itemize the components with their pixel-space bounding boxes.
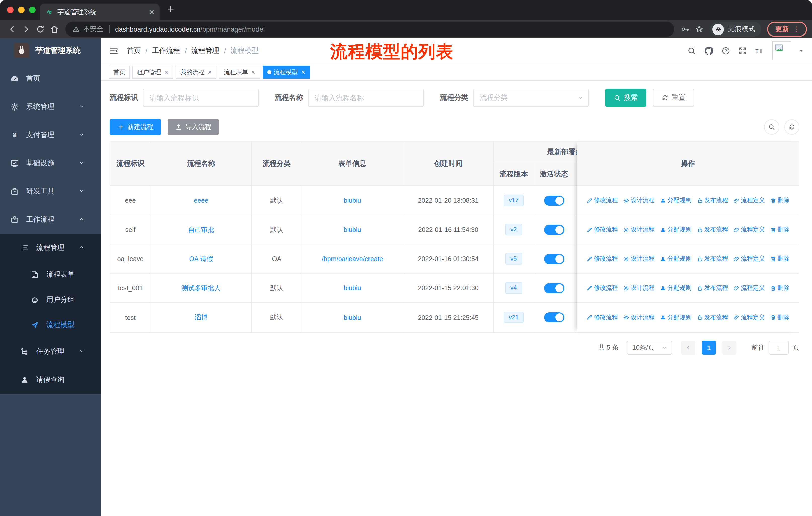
reset-button[interactable]: 重置	[653, 89, 694, 107]
kebab-menu-icon[interactable]	[793, 25, 801, 33]
modify-action[interactable]: 修改流程	[586, 254, 618, 263]
sidebar-item-workflow[interactable]: 工作流程	[0, 206, 101, 234]
tab-close-icon[interactable]: ✕	[164, 69, 169, 75]
tab-close-icon[interactable]: ✕	[207, 69, 212, 75]
delete-action[interactable]: 删除	[770, 196, 790, 205]
font-size-icon[interactable]	[755, 46, 765, 56]
delete-action[interactable]: 删除	[770, 284, 790, 292]
breadcrumb-item[interactable]: 首页	[127, 46, 141, 55]
avatar-caret-icon[interactable]	[799, 48, 804, 53]
delete-action[interactable]: 删除	[770, 225, 790, 234]
design-action[interactable]: 设计流程	[623, 196, 655, 205]
publish-action[interactable]: 发布流程	[696, 284, 728, 292]
browser-update-button[interactable]: 更新	[767, 22, 807, 37]
cell-name-link[interactable]: eeee	[194, 196, 208, 204]
modify-action[interactable]: 修改流程	[586, 313, 618, 322]
sidebar-item-system[interactable]: 系统管理	[0, 93, 101, 121]
bookmark-button[interactable]	[692, 22, 706, 36]
publish-action[interactable]: 发布流程	[696, 225, 728, 234]
import-process-button[interactable]: 导入流程	[168, 119, 219, 135]
tab-close-icon[interactable]: ✕	[301, 69, 305, 75]
maximize-window-button[interactable]	[29, 6, 36, 13]
category-select[interactable]: 流程分类	[473, 89, 589, 107]
refresh-table-button[interactable]	[784, 119, 800, 135]
definition-action[interactable]: 流程定义	[733, 196, 765, 205]
sidebar-item-devtools[interactable]: 研发工具	[0, 178, 101, 206]
definition-action[interactable]: 流程定义	[733, 225, 765, 234]
fullscreen-icon[interactable]	[738, 46, 747, 55]
active-toggle[interactable]	[544, 195, 564, 205]
design-action[interactable]: 设计流程	[623, 284, 655, 292]
github-icon[interactable]	[704, 46, 714, 56]
active-toggle[interactable]	[544, 313, 564, 323]
design-action[interactable]: 设计流程	[623, 225, 655, 234]
assign-action[interactable]: 分配规则	[660, 196, 691, 205]
sidebar-item-payment[interactable]: 支付管理	[0, 121, 101, 149]
cell-name-link[interactable]: 滔博	[195, 313, 208, 322]
publish-action[interactable]: 发布流程	[696, 254, 728, 263]
active-toggle[interactable]	[544, 283, 564, 293]
create-process-button[interactable]: 新建流程	[110, 119, 161, 135]
browser-tab[interactable]: 芋道管理系统 ✕	[40, 3, 160, 20]
sidebar-item-process-mgmt[interactable]: 流程管理	[0, 234, 101, 262]
page-tab-租户管理[interactable]: 租户管理✕	[133, 65, 173, 79]
page-size-select[interactable]: 10条/页	[627, 341, 672, 355]
prev-page-button[interactable]	[681, 341, 695, 355]
modify-action[interactable]: 修改流程	[586, 196, 618, 205]
back-button[interactable]	[5, 22, 19, 36]
version-badge[interactable]: v4	[505, 282, 522, 294]
assign-action[interactable]: 分配规则	[660, 284, 691, 292]
collapse-sidebar-icon[interactable]	[109, 46, 119, 56]
cell-form-link[interactable]: biubiu	[344, 314, 361, 321]
page-tab-我的流程[interactable]: 我的流程✕	[176, 65, 216, 79]
modify-action[interactable]: 修改流程	[586, 284, 618, 292]
assign-action[interactable]: 分配规则	[660, 225, 691, 234]
assign-action[interactable]: 分配规则	[660, 313, 691, 322]
sidebar-item-process-model[interactable]: 流程模型	[0, 313, 101, 337]
cell-form-link[interactable]: biubiu	[344, 196, 361, 204]
cell-form-link[interactable]: /bpm/oa/leave/create	[322, 255, 383, 263]
cell-form-link[interactable]: biubiu	[344, 226, 361, 233]
search-button[interactable]: 搜索	[605, 89, 646, 107]
modify-action[interactable]: 修改流程	[586, 225, 618, 234]
sidebar-item-infra[interactable]: 基础设施	[0, 149, 101, 178]
assign-action[interactable]: 分配规则	[660, 254, 691, 263]
sidebar-item-task-mgmt[interactable]: 任务管理	[0, 337, 101, 366]
help-icon[interactable]	[721, 46, 730, 55]
breadcrumb-item[interactable]: 工作流程	[152, 46, 180, 55]
minimize-window-button[interactable]	[18, 6, 25, 13]
sidebar-logo-row[interactable]: 芋道管理系统	[0, 38, 101, 62]
sidebar-item-leave-query[interactable]: 请假查询	[0, 366, 101, 394]
current-page-button[interactable]: 1	[702, 341, 716, 355]
page-tab-流程模型[interactable]: 流程模型✕	[263, 65, 310, 79]
sidebar-item-home[interactable]: 首页	[0, 64, 101, 93]
breadcrumb-item[interactable]: 流程管理	[191, 46, 220, 55]
cell-name-link[interactable]: OA 请假	[189, 254, 213, 263]
toggle-search-button[interactable]	[764, 119, 779, 135]
sidebar-item-process-form[interactable]: 流程表单	[0, 262, 101, 287]
active-toggle[interactable]	[544, 254, 564, 264]
new-tab-button[interactable]	[166, 4, 175, 16]
goto-page-input[interactable]	[769, 341, 789, 355]
design-action[interactable]: 设计流程	[623, 313, 655, 322]
cell-name-link[interactable]: 测试多审批人	[181, 283, 221, 293]
sidebar-item-user-group[interactable]: 用户分组	[0, 287, 101, 313]
definition-action[interactable]: 流程定义	[733, 313, 765, 322]
user-avatar[interactable]	[772, 41, 791, 60]
active-toggle[interactable]	[544, 224, 564, 235]
delete-action[interactable]: 删除	[770, 313, 790, 322]
cell-form-link[interactable]: biubiu	[344, 284, 361, 292]
version-badge[interactable]: v17	[504, 194, 524, 206]
design-action[interactable]: 设计流程	[623, 254, 655, 263]
publish-action[interactable]: 发布流程	[696, 196, 728, 205]
definition-action[interactable]: 流程定义	[733, 284, 765, 292]
reload-button[interactable]	[33, 22, 47, 36]
search-icon[interactable]	[687, 46, 696, 55]
close-window-button[interactable]	[7, 6, 13, 13]
next-page-button[interactable]	[722, 341, 736, 355]
page-tab-流程表单[interactable]: 流程表单✕	[219, 65, 260, 79]
forward-button[interactable]	[19, 22, 33, 36]
home-button[interactable]	[47, 22, 61, 36]
key-input[interactable]	[143, 89, 259, 107]
version-badge[interactable]: v5	[505, 253, 522, 265]
